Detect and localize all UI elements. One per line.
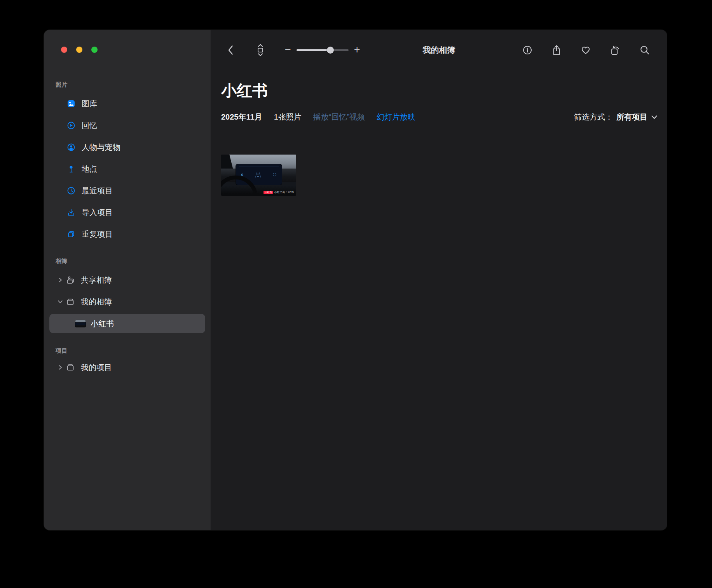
favorite-icon[interactable] <box>581 45 591 55</box>
chevron-down-icon <box>651 115 658 120</box>
back-button[interactable] <box>227 44 234 56</box>
sidebar-list: 照片 图库 回忆 人物与宠物 <box>44 30 211 378</box>
projects-icon <box>66 363 75 372</box>
sidebar-item-my-projects[interactable]: 我的项目 <box>49 357 205 378</box>
info-icon[interactable] <box>522 45 532 55</box>
sidebar-section-projects: 项目 <box>44 345 211 357</box>
chevron-down-icon[interactable] <box>58 299 63 304</box>
sidebar-item-library[interactable]: 图库 <box>49 93 205 115</box>
sidebar-item-people-pets[interactable]: 人物与宠物 <box>49 136 205 158</box>
sidebar-item-album-xiaohongshu[interactable]: 小红书 <box>49 314 205 333</box>
sidebar-item-label: 人物与宠物 <box>82 142 120 153</box>
filter-label: 筛选方式： <box>574 112 613 122</box>
photo-thumbnail[interactable]: 0 小红书 小红书号：2235 <box>221 155 296 196</box>
sidebar-item-memories[interactable]: 回忆 <box>49 115 205 136</box>
album-title: 小红书 <box>221 80 268 101</box>
sidebar-item-label: 导入项目 <box>82 207 113 218</box>
sidebar-section-photos: 照片 <box>44 79 211 90</box>
sidebar-item-label: 我的项目 <box>81 362 112 373</box>
sidebar-item-duplicates[interactable]: 重复项目 <box>49 223 205 245</box>
photo-grid: 0 小红书 小红书号：2235 <box>211 128 667 222</box>
zoom-slider-knob[interactable] <box>327 47 334 54</box>
zoom-out-button[interactable]: − <box>285 45 291 55</box>
slideshow-button[interactable]: 幻灯片放映 <box>377 112 415 122</box>
album-date: 2025年11月 <box>221 112 262 122</box>
sidebar-item-label: 共享相簿 <box>81 275 112 285</box>
sidebar: 照片 图库 回忆 人物与宠物 <box>44 30 211 530</box>
content-area: − + 我的相簿 <box>211 30 667 530</box>
sidebar-item-label: 我的相簿 <box>81 297 112 307</box>
memories-icon <box>67 121 75 130</box>
sidebar-item-label: 重复项目 <box>82 229 113 240</box>
minimize-window-button[interactable] <box>76 47 82 53</box>
chevron-right-icon[interactable] <box>58 365 63 370</box>
chevron-right-icon[interactable] <box>58 277 63 283</box>
duplicates-icon <box>67 230 75 238</box>
share-icon[interactable] <box>552 45 561 56</box>
window-controls <box>61 47 98 53</box>
play-memory-video-button[interactable]: 播放“回忆”视频 <box>313 112 365 122</box>
my-albums-icon <box>66 297 75 306</box>
search-icon[interactable] <box>640 45 650 55</box>
imports-icon <box>67 208 75 217</box>
album-photo-count: 1张照片 <box>274 112 302 122</box>
toolbar: − + 我的相簿 <box>211 30 667 70</box>
sidebar-item-imports[interactable]: 导入项目 <box>49 202 205 223</box>
zoom-aspect-icon[interactable] <box>255 44 265 56</box>
sidebar-item-label: 最近项目 <box>82 186 113 196</box>
sidebar-item-shared-albums[interactable]: 共享相簿 <box>49 269 205 291</box>
filter-value: 所有项目 <box>616 112 647 122</box>
zoom-slider[interactable] <box>297 49 349 51</box>
sidebar-item-label: 图库 <box>82 99 97 109</box>
zoom-slider-fill <box>297 49 330 51</box>
sidebar-item-label: 回忆 <box>82 120 97 131</box>
people-pets-icon <box>67 143 75 151</box>
sidebar-item-places[interactable]: 地点 <box>49 158 205 180</box>
album-meta-row: 2025年11月 1张照片 播放“回忆”视频 幻灯片放映 筛选方式： 所有项目 <box>221 112 658 122</box>
zoom-in-button[interactable]: + <box>354 45 360 55</box>
sidebar-item-my-albums[interactable]: 我的相簿 <box>49 291 205 313</box>
rotate-icon[interactable] <box>610 45 620 56</box>
screen-gauge-icon <box>273 173 276 176</box>
xiaohongshu-badge: 小红书 <box>264 191 273 194</box>
sidebar-section-albums: 相簿 <box>44 255 211 267</box>
sidebar-item-label: 小红书 <box>91 318 114 329</box>
shared-albums-icon <box>66 276 75 284</box>
recents-icon <box>67 186 75 195</box>
photos-library-icon <box>67 99 75 108</box>
album-thumbnail-icon <box>75 320 86 327</box>
photos-window: 照片 图库 回忆 人物与宠物 <box>44 30 667 530</box>
close-window-button[interactable] <box>61 47 67 53</box>
filter-dropdown[interactable]: 筛选方式： 所有项目 <box>574 112 658 122</box>
photo-watermark: 小红书 小红书号：2235 <box>264 190 294 194</box>
places-icon <box>67 165 75 173</box>
watermark-text: 小红书号：2235 <box>274 190 294 194</box>
toolbar-actions <box>522 45 650 56</box>
sidebar-item-recents[interactable]: 最近项目 <box>49 180 205 202</box>
fullscreen-window-button[interactable] <box>91 47 98 53</box>
lane-car-icon <box>254 172 262 178</box>
toolbar-title: 我的相簿 <box>423 45 455 56</box>
album-header: 小红书 2025年11月 1张照片 播放“回忆”视频 幻灯片放映 筛选方式： 所… <box>211 70 667 128</box>
sidebar-item-label: 地点 <box>82 164 97 174</box>
